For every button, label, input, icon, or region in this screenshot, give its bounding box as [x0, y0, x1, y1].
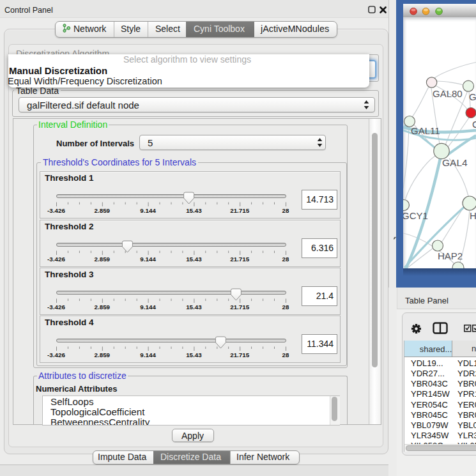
svg-text:21.715: 21.715: [230, 256, 250, 263]
svg-text:28: 28: [282, 351, 289, 358]
svg-text:GCY1: GCY1: [403, 210, 428, 221]
svg-text:-3.426: -3.426: [47, 256, 65, 263]
svg-text:2.859: 2.859: [95, 256, 111, 263]
svg-text:2.859: 2.859: [95, 207, 111, 214]
svg-text:15.43: 15.43: [186, 351, 202, 358]
svg-text:28: 28: [282, 303, 289, 311]
svg-text:HAP2: HAP2: [438, 250, 463, 261]
svg-text:21.715: 21.715: [230, 351, 250, 358]
svg-text:G.: G.: [469, 91, 476, 102]
svg-text:2.859: 2.859: [95, 351, 111, 358]
svg-text:15.43: 15.43: [186, 256, 202, 263]
svg-text:21.715: 21.715: [230, 207, 250, 214]
svg-text:9.144: 9.144: [140, 303, 156, 311]
svg-text:C: C: [472, 119, 476, 130]
svg-text:9.144: 9.144: [140, 256, 156, 263]
svg-text:2.859: 2.859: [95, 303, 111, 311]
svg-text:15.43: 15.43: [186, 207, 202, 214]
svg-text:9.144: 9.144: [140, 351, 156, 358]
svg-text:28: 28: [282, 256, 289, 263]
svg-text:15.43: 15.43: [186, 303, 202, 311]
svg-text:-3.426: -3.426: [47, 351, 65, 358]
svg-text:GAL11: GAL11: [411, 125, 440, 136]
svg-text:GAL80: GAL80: [433, 88, 463, 99]
svg-text:-3.426: -3.426: [47, 303, 65, 311]
svg-text:9.144: 9.144: [140, 207, 156, 214]
svg-text:28: 28: [282, 207, 289, 214]
svg-text:21.715: 21.715: [230, 303, 250, 311]
svg-text:-3.426: -3.426: [47, 207, 65, 214]
svg-text:H: H: [470, 210, 476, 221]
svg-text:GAL4: GAL4: [442, 157, 468, 168]
